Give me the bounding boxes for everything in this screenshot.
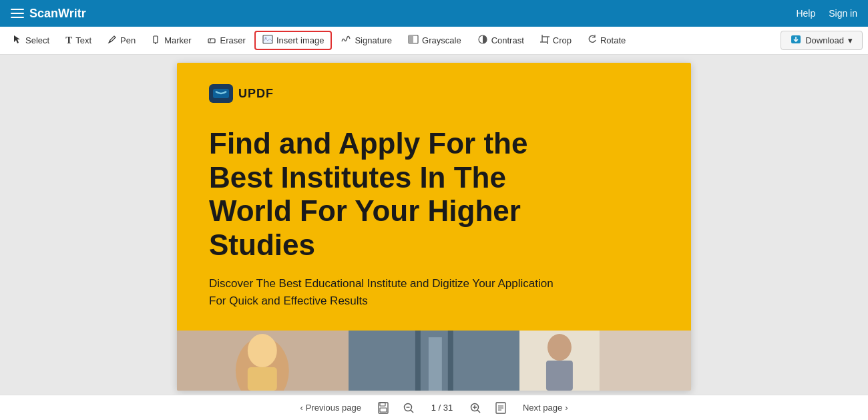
svg-rect-33: [380, 408, 387, 412]
signature-icon: [341, 35, 351, 46]
next-page-button[interactable]: Next page ›: [517, 401, 574, 414]
svg-rect-6: [208, 39, 215, 43]
rotate-icon: [588, 35, 597, 46]
updf-logo-text: UPDF: [238, 87, 274, 101]
rotate-tool[interactable]: Rotate: [580, 31, 633, 49]
marker-tool[interactable]: Marker: [144, 31, 198, 49]
document-subtext: Discover The Best Educational Institute …: [209, 275, 556, 309]
page-info: 1 / 31: [425, 403, 459, 413]
photo-cell-2: [349, 331, 520, 391]
brand-logo[interactable]: ScanWritr: [11, 7, 86, 21]
svg-point-21: [248, 334, 277, 367]
fit-page-button[interactable]: [492, 399, 509, 417]
brand-name: ScanWritr: [29, 7, 86, 21]
download-button[interactable]: Download ▾: [781, 31, 863, 50]
document-page: UPDF Find and Apply For the Best Institu…: [177, 63, 691, 391]
svg-rect-22: [248, 367, 277, 391]
crop-icon: [540, 35, 550, 46]
insert-image-tool[interactable]: Insert image: [254, 31, 333, 50]
download-dropdown-arrow: ▾: [848, 35, 853, 45]
crop-tool[interactable]: Crop: [533, 31, 579, 49]
svg-rect-25: [447, 331, 453, 391]
save-document-button[interactable]: [375, 399, 392, 417]
nav-links: Help Sign in: [796, 8, 857, 19]
eraser-tool[interactable]: Eraser: [200, 31, 253, 49]
svg-rect-1: [11, 13, 24, 14]
svg-rect-30: [546, 361, 573, 391]
svg-rect-24: [415, 331, 421, 391]
document-banner: UPDF Find and Apply For the Best Institu…: [177, 63, 691, 331]
svg-rect-2: [11, 17, 24, 18]
previous-page-button[interactable]: ‹ Previous page: [294, 401, 366, 414]
svg-rect-32: [380, 403, 385, 406]
grayscale-icon: [408, 35, 419, 46]
chevron-left-icon: ‹: [300, 403, 302, 413]
pen-icon: [107, 35, 117, 46]
download-icon: [791, 35, 801, 46]
top-navigation: ScanWritr Help Sign in: [0, 0, 868, 27]
svg-rect-4: [154, 36, 158, 43]
marker-icon: [152, 35, 161, 46]
brand-icon: [11, 8, 24, 19]
contrast-tool[interactable]: Contrast: [470, 31, 531, 49]
pen-tool[interactable]: Pen: [100, 31, 143, 49]
photo-cell-3: [519, 331, 691, 391]
text-tool[interactable]: T Text: [58, 31, 99, 49]
svg-rect-11: [409, 35, 413, 43]
eraser-icon: [208, 35, 217, 46]
help-link[interactable]: Help: [796, 8, 815, 19]
main-content-area: UPDF Find and Apply For the Best Institu…: [0, 55, 868, 395]
svg-line-40: [477, 410, 480, 413]
signature-tool[interactable]: Signature: [333, 31, 399, 49]
cursor-icon: [13, 35, 22, 46]
zoom-out-button[interactable]: [400, 399, 417, 417]
text-icon: T: [65, 35, 72, 46]
updf-logo: UPDF: [209, 84, 659, 103]
svg-rect-0: [11, 9, 24, 10]
zoom-in-button[interactable]: [467, 399, 484, 417]
toolbar: Select T Text Pen Marker Eraser Insert: [0, 27, 868, 55]
contrast-icon: [477, 35, 488, 46]
grayscale-tool[interactable]: Grayscale: [401, 31, 469, 49]
photo-cell-1: [177, 331, 349, 391]
svg-point-29: [548, 334, 572, 361]
insert-image-icon: [262, 35, 273, 46]
updf-logo-icon: [209, 84, 233, 103]
bottom-navigation-bar: ‹ Previous page 1 / 31: [0, 395, 868, 420]
select-tool[interactable]: Select: [5, 31, 57, 49]
signin-link[interactable]: Sign in: [829, 8, 857, 19]
svg-rect-8: [263, 35, 272, 43]
svg-line-36: [411, 410, 413, 413]
svg-line-7: [210, 39, 211, 43]
document-photo-strip: [177, 331, 691, 391]
document-heading: Find and Apply For the Best Institutes I…: [209, 127, 596, 262]
svg-rect-26: [429, 337, 442, 391]
chevron-right-icon: ›: [565, 403, 568, 413]
